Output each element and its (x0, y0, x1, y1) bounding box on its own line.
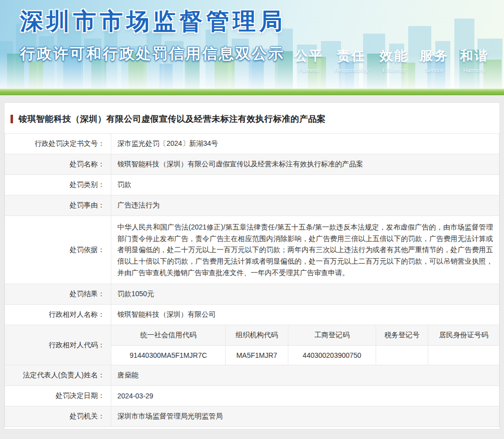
row-value: 中华人民共和国广告法(2021修正)/第五章法律责任/第五十五条/第一款违反本法… (111, 216, 499, 284)
slogan-en: Faimess (298, 67, 319, 73)
banner-slogan: 公平 Faimess 责任 Responsibility 效能 Efficien… (294, 47, 489, 73)
banner-titles: 深圳市市场监督管理局 行政许可和行政处罚信用信息双公示 (20, 6, 286, 64)
slogan-cn: 和谐 (460, 47, 489, 65)
slogan-cn: 责任 (337, 47, 366, 65)
codes-header-row: 行政相对人代码： 统一社会信用代码 组织机构代码 工商登记码 税务登记号 居民身… (5, 325, 499, 346)
row-value: 广告违法行为 (111, 195, 499, 216)
row-label: 处罚决定日期： (5, 386, 111, 406)
code-column-value: MA5F1MJR7 (226, 346, 288, 365)
table-row-counterpart-name: 行政相对人名称： 铵琪智能科技（深圳）有限公司 (5, 305, 499, 325)
page-title: 铵琪智能科技（深圳）有限公司虚假宣传以及经营未标注有效执行标准的产品案 (19, 113, 326, 125)
table-row-legal-representative: 法定代表人(负责人)姓名： 唐燊能 (5, 365, 499, 386)
code-column-value: 440300203900750 (288, 346, 376, 365)
row-value: 2024-03-29 (111, 386, 499, 406)
table-row-punishment-result: 处罚结果： 罚款1050元 (5, 284, 499, 305)
table-row-decision-number: 行政处罚决定书文号： 深市监光处罚〔2024〕新湖34号 (5, 134, 499, 154)
row-value: 唐燊能 (111, 365, 499, 386)
punishment-info-table: 行政处罚决定书文号： 深市监光处罚〔2024〕新湖34号 处罚名称： 铵琪智能科… (5, 133, 499, 427)
table-row-punishment-name: 处罚名称： 铵琪智能科技（深圳）有限公司虚假宣传以及经营未标注有效执行标准的产品… (5, 154, 499, 175)
slogan-cn: 效能 (380, 47, 409, 65)
code-column-header: 组织机构代码 (226, 325, 288, 346)
row-label: 行政相对人名称： (5, 305, 111, 325)
row-label: 处罚类别： (5, 175, 111, 195)
table-row-punishment-reason: 处罚事由： 广告违法行为 (5, 195, 499, 216)
row-value: 深圳市市场监督管理局光明监管局 (111, 406, 499, 427)
code-column-value: 91440300MA5F1MJR7C (111, 346, 226, 365)
slogan-en: Harmony (463, 67, 486, 73)
code-column-header: 税务登记号 (376, 325, 428, 346)
slogan-en: Responsibility (334, 67, 369, 73)
slogan-item: 效能 Efficiency (380, 47, 409, 73)
table-row-decision-date: 处罚决定日期： 2024-03-29 (5, 386, 499, 406)
row-label: 行政处罚决定书文号： (5, 134, 111, 154)
row-label: 处罚机关： (5, 406, 111, 427)
code-column-value (428, 346, 499, 365)
banner-green-strip (0, 89, 504, 95)
content-panel: 铵琪智能科技（深圳）有限公司虚假宣传以及经营未标注有效执行标准的产品案 行政处罚… (4, 102, 500, 429)
code-column-header: 工商登记码 (288, 325, 376, 346)
code-column-header: 统一社会信用代码 (111, 325, 226, 346)
title-marker (11, 115, 13, 123)
site-subtitle: 行政许可和行政处罚信用信息双公示 (20, 44, 286, 64)
row-label: 行政相对人代码： (5, 325, 111, 365)
site-banner: 深圳市市场监督管理局 行政许可和行政处罚信用信息双公示 公平 Faimess 责… (0, 0, 504, 95)
row-value: 罚款1050元 (111, 284, 499, 305)
table-row-punishment-basis: 处罚依据： 中华人民共和国广告法(2021修正)/第五章法律责任/第五十五条/第… (5, 216, 499, 284)
row-label: 处罚事由： (5, 195, 111, 216)
row-value: 铵琪智能科技（深圳）有限公司 (111, 305, 499, 325)
row-value: 深市监光处罚〔2024〕新湖34号 (111, 134, 499, 154)
table-row-punishment-authority: 处罚机关： 深圳市市场监督管理局光明监管局 (5, 406, 499, 427)
code-column-header: 居民身份证号码 (428, 325, 499, 346)
table-row-punishment-category: 处罚类别： 罚款 (5, 175, 499, 195)
row-label: 处罚依据： (5, 216, 111, 284)
code-column-value (376, 346, 428, 365)
slogan-item: 服务 Service (420, 47, 449, 73)
row-value: 铵琪智能科技（深圳）有限公司虚假宣传以及经营未标注有效执行标准的产品案 (111, 154, 499, 175)
row-label: 法定代表人(负责人)姓名： (5, 365, 111, 386)
slogan-cn: 服务 (420, 47, 449, 65)
site-title: 深圳市市场监督管理局 (20, 6, 286, 37)
slogan-item: 责任 Responsibility (334, 47, 369, 73)
row-label: 处罚结果： (5, 284, 111, 305)
slogan-en: Service (425, 67, 444, 73)
case-title-row: 铵琪智能科技（深圳）有限公司虚假宣传以及经营未标注有效执行标准的产品案 (5, 103, 499, 133)
slogan-cn: 公平 (294, 47, 323, 65)
slogan-item: 公平 Faimess (294, 47, 323, 73)
row-value: 罚款 (111, 175, 499, 195)
slogan-item: 和谐 Harmony (460, 47, 489, 73)
slogan-en: Efficiency (383, 67, 406, 73)
row-label: 处罚名称： (5, 154, 111, 175)
